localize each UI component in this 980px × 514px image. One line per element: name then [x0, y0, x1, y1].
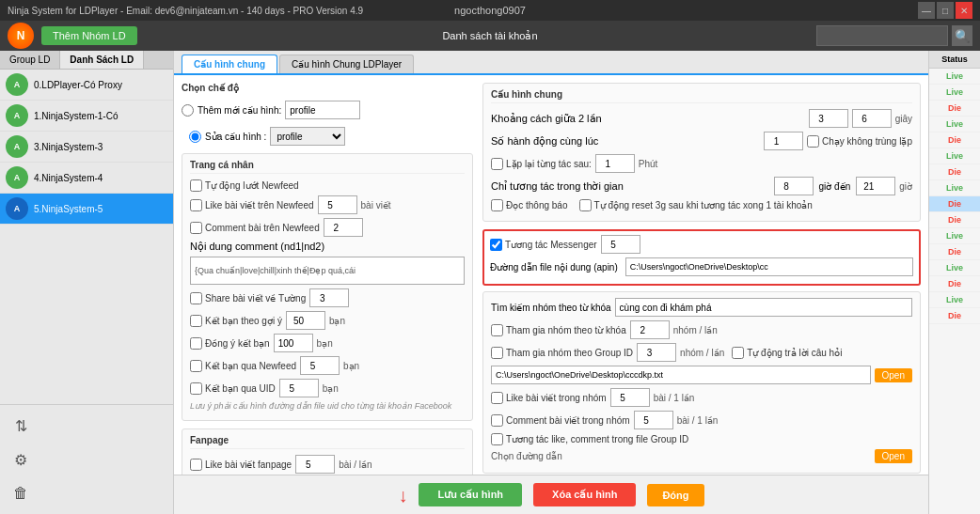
interact-group-checkbox[interactable]: [491, 433, 503, 445]
group-file-path[interactable]: [491, 366, 871, 384]
join-by-groupid-label[interactable]: Tham gia nhóm theo Group ID: [491, 347, 633, 359]
interact-from[interactable]: [774, 177, 814, 195]
repeat-row: Lặp lại từng tác sau: Phút: [491, 154, 912, 173]
interact-group-label[interactable]: Tương tác like, comment trong file Group…: [491, 433, 688, 445]
edit-radio[interactable]: [189, 131, 201, 143]
tab-cau-hinh-ldplayer[interactable]: Cấu hình Chung LDPlayer: [279, 55, 414, 73]
interval-val1[interactable]: [809, 109, 848, 128]
comment-in-group-label[interactable]: Comment bài viết trong nhóm: [491, 414, 630, 427]
group-open-button[interactable]: Open: [875, 368, 912, 382]
status-item-11: Die: [929, 244, 980, 260]
status-item-0: Live: [929, 69, 980, 85]
trash-icon[interactable]: 🗑: [8, 480, 34, 506]
like-in-group-num[interactable]: [610, 388, 650, 407]
add-by-uid-num[interactable]: [279, 379, 319, 397]
tab-cau-hinh-chung[interactable]: Cấu hình chung: [182, 55, 277, 73]
group-section: Tìm kiếm nhóm theo từ khóa Tham gia nhóm…: [482, 291, 921, 474]
device-item-1[interactable]: A 1.NinjaSystem-1-Có: [0, 101, 173, 132]
repeat-checkbox[interactable]: [491, 158, 503, 170]
search-button[interactable]: 🔍: [952, 25, 972, 46]
no-duplicate-checkbox[interactable]: [807, 135, 819, 148]
comment-num[interactable]: [324, 218, 363, 237]
choose-path-open-button[interactable]: Open: [875, 449, 912, 463]
auto-reply-checkbox[interactable]: [732, 347, 744, 359]
delete-button[interactable]: Xóa cấu hình: [533, 483, 636, 506]
connect-interest-checkbox[interactable]: [190, 315, 202, 327]
comment-content-input[interactable]: [190, 257, 465, 285]
add-by-newfeed-num[interactable]: [300, 356, 340, 375]
fanpage-like-checkbox[interactable]: [190, 459, 202, 471]
comment-in-group-checkbox[interactable]: [491, 414, 503, 427]
minimize-button[interactable]: —: [918, 2, 935, 19]
auto-reset-label[interactable]: Tự động reset 3g sau khi tương tác xong …: [579, 199, 813, 211]
connect-interest-label[interactable]: Kết bạn theo gợi ý: [190, 315, 282, 327]
unfollow-num[interactable]: [274, 334, 313, 352]
search-keyword-input[interactable]: [615, 298, 912, 317]
device-item-0[interactable]: A 0.LDPlayer-Có Proxy: [0, 70, 173, 101]
like-in-group-label[interactable]: Like bài viết trong nhóm: [491, 392, 607, 404]
join-by-keyword-num[interactable]: [630, 320, 670, 339]
comment-newfeed-checkbox[interactable]: [190, 222, 202, 234]
fanpage-like-num[interactable]: [295, 455, 335, 474]
no-duplicate-label[interactable]: Chạy không trùng lặp: [807, 135, 912, 148]
add-by-uid-checkbox[interactable]: [190, 382, 202, 395]
messenger-num[interactable]: [601, 235, 640, 254]
auto-newfeed-checkbox[interactable]: [190, 179, 202, 192]
add-new-input[interactable]: [285, 101, 360, 119]
search-input[interactable]: [816, 25, 948, 46]
repeat-label[interactable]: Lặp lại từng tác sau:: [491, 158, 592, 170]
interval-val2[interactable]: [852, 109, 892, 128]
edit-dropdown[interactable]: profile: [270, 127, 345, 146]
like-post-label[interactable]: Like bài viết trên Newfeed: [190, 199, 314, 211]
join-by-groupid-num[interactable]: [637, 343, 676, 362]
unfollow-label[interactable]: Đồng ý kết bạn: [190, 337, 270, 350]
close-config-button[interactable]: Đóng: [647, 484, 703, 506]
tab-group-ld[interactable]: Group LD: [0, 51, 60, 69]
comment-nd-label: Nội dung comment (nd1|nd2): [190, 241, 324, 253]
fanpage-like-label[interactable]: Like bài viết fanpage: [190, 459, 292, 471]
unfollow-checkbox[interactable]: [190, 337, 202, 350]
interact-to[interactable]: [856, 177, 895, 195]
save-button[interactable]: Lưu cấu hình: [419, 483, 522, 506]
device-item-4[interactable]: A 5.NinjaSystem-5: [0, 194, 173, 225]
add-new-radio-group: Thêm mới cấu hình:: [182, 101, 360, 119]
device-item-2[interactable]: A 3.NinjaSystem-3: [0, 132, 173, 163]
add-by-newfeed-label[interactable]: Kết bạn qua Newfeed: [190, 360, 296, 372]
messenger-file-path[interactable]: [625, 257, 913, 276]
device-icon-1: A: [6, 104, 28, 127]
join-by-keyword-row: Tham gia nhóm theo từ khóa nhóm / lần: [491, 320, 912, 339]
like-post-num[interactable]: [318, 195, 357, 214]
comment-content-input-row: [190, 257, 465, 285]
like-in-group-checkbox[interactable]: [491, 392, 503, 404]
device-item-3[interactable]: A 4.NinjaSystem-4: [0, 163, 173, 194]
auto-reset-checkbox[interactable]: [579, 199, 592, 211]
maximize-button[interactable]: □: [937, 2, 954, 19]
add-by-newfeed-checkbox[interactable]: [190, 360, 202, 372]
read-notif-label[interactable]: Đọc thông báo: [491, 199, 568, 211]
share-num[interactable]: [309, 288, 349, 307]
share-wall-checkbox[interactable]: [190, 292, 202, 304]
messenger-checkbox[interactable]: [490, 239, 502, 251]
connect-interest-num[interactable]: [286, 311, 325, 330]
comment-newfeed-label[interactable]: Comment bài trên Newfeed: [190, 222, 320, 234]
messenger-label[interactable]: Tương tác Messenger: [490, 239, 597, 251]
close-button[interactable]: ✕: [956, 2, 972, 19]
share-wall-label[interactable]: Share bài viết về Tường: [190, 292, 306, 304]
add-group-button[interactable]: Thêm Nhóm LD: [41, 26, 137, 45]
join-by-groupid-checkbox[interactable]: [491, 347, 503, 359]
like-post-checkbox[interactable]: [190, 199, 202, 211]
join-by-keyword-label[interactable]: Tham gia nhóm theo từ khóa: [491, 324, 626, 336]
add-new-radio[interactable]: [182, 104, 194, 117]
join-by-keyword-checkbox[interactable]: [491, 324, 503, 336]
repeat-val[interactable]: [595, 154, 635, 173]
settings-icon[interactable]: ⚙: [8, 446, 34, 473]
tab-danh-sach-ld[interactable]: Danh Sách LD: [60, 51, 144, 69]
read-notif-checkbox[interactable]: [491, 199, 503, 211]
sort-icon[interactable]: ⇅: [8, 413, 34, 439]
concurrent-val[interactable]: [764, 132, 803, 150]
auto-newfeed-label[interactable]: Tự động lướt Newfeed: [190, 179, 299, 192]
add-by-uid-label[interactable]: Kết bạn qua UID: [190, 382, 276, 395]
comment-in-group-num[interactable]: [634, 411, 673, 429]
like-post-row: Like bài viết trên Newfeed bài viết: [190, 195, 465, 214]
auto-reply-label[interactable]: Tự động trả lời câu hỏi: [732, 347, 842, 359]
